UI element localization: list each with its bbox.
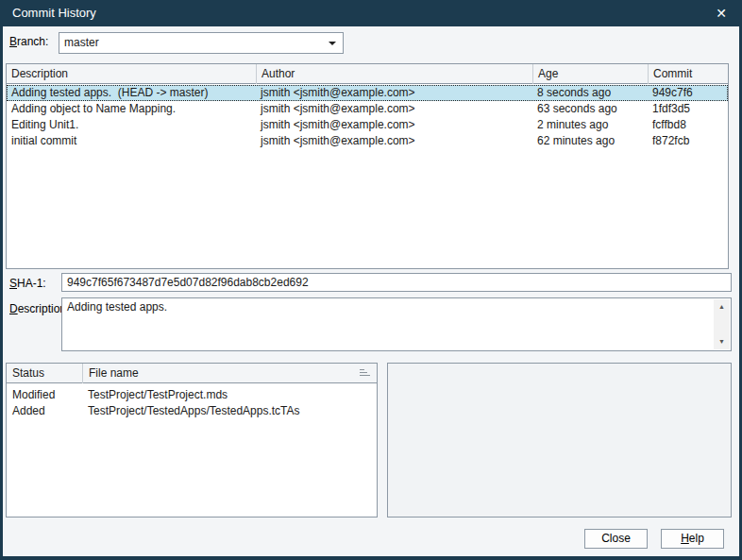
commit-hash: fcffbd8 (648, 117, 728, 133)
commit-description: Adding object to Name Mapping. (7, 101, 256, 117)
branch-value: master (64, 33, 99, 53)
commit-author: jsmith <jsmith@example.com> (256, 133, 532, 149)
commit-history-dialog: Commit History ✕ Branch: master Descript… (0, 0, 742, 560)
commit-table-header: Description Author Age Commit (7, 64, 728, 84)
commit-age: 2 minutes ago (532, 117, 648, 133)
file-preview-panel (387, 363, 732, 518)
branch-dropdown[interactable]: master (59, 32, 344, 54)
commit-description: Editing Unit1. (7, 117, 256, 133)
commit-author: jsmith <jsmith@example.com> (256, 85, 532, 101)
description-label: Description: (9, 298, 69, 319)
description-scrollbar[interactable]: ▲ ▼ (714, 299, 730, 349)
file-name: TestProject/TestProject.mds (82, 387, 356, 403)
commit-row[interactable]: Adding tested apps. (HEAD -> master) jsm… (7, 85, 728, 101)
commit-hash: 1fdf3d5 (648, 101, 728, 117)
commit-hash: f872fcb (648, 133, 728, 149)
commit-row[interactable]: Adding object to Name Mapping. jsmith <j… (7, 101, 728, 117)
help-button[interactable]: Help (661, 529, 724, 549)
window-title: Commit History (12, 0, 96, 26)
commit-age: 63 seconds ago (532, 101, 648, 117)
title-bar: Commit History ✕ (0, 0, 742, 26)
commit-age: 62 minutes ago (532, 133, 648, 149)
file-row[interactable]: Added TestProject/TestedApps/TestedApps.… (7, 403, 377, 419)
close-icon[interactable]: ✕ (711, 0, 732, 26)
column-header-filename[interactable]: File name (82, 364, 356, 383)
commit-hash: 949c7f6 (648, 85, 728, 101)
column-header-commit[interactable]: Commit (648, 64, 728, 84)
column-header-author[interactable]: Author (256, 64, 532, 84)
column-header-age[interactable]: Age (532, 64, 648, 84)
description-field[interactable]: Adding tested apps. ▲ ▼ (61, 297, 732, 351)
commit-row[interactable]: initial commit jsmith <jsmith@example.co… (7, 133, 728, 149)
sha1-label: SHA-1: (9, 273, 46, 294)
commit-author: jsmith <jsmith@example.com> (256, 117, 532, 133)
commit-author: jsmith <jsmith@example.com> (256, 101, 532, 117)
scroll-down-icon[interactable]: ▼ (714, 334, 730, 349)
changed-files-table: Status File name Modified TestProject/Te… (6, 363, 378, 518)
file-status: Added (7, 403, 82, 419)
sha1-field[interactable]: 949c7f65f673487d7e5d07d82f96dab8cb2ed692 (61, 273, 732, 292)
file-status: Modified (7, 387, 82, 403)
branch-label: Branch: (9, 31, 48, 52)
commit-description: initial commit (7, 133, 256, 149)
column-header-status[interactable]: Status (7, 364, 82, 383)
chevron-down-icon[interactable] (329, 42, 336, 45)
commit-table: Description Author Age Commit Adding tes… (6, 63, 729, 269)
close-button[interactable]: Close (584, 529, 648, 549)
file-name: TestProject/TestedApps/TestedApps.tcTAs (82, 403, 356, 419)
commit-row[interactable]: Editing Unit1. jsmith <jsmith@example.co… (7, 117, 728, 133)
sort-icon[interactable] (360, 368, 372, 379)
column-header-description[interactable]: Description (7, 64, 256, 84)
description-text: Adding tested apps. (67, 300, 712, 314)
files-table-header: Status File name (7, 364, 377, 383)
file-row[interactable]: Modified TestProject/TestProject.mds (7, 387, 377, 403)
scroll-up-icon[interactable]: ▲ (714, 299, 730, 314)
commit-age: 8 seconds ago (532, 85, 648, 101)
commit-description: Adding tested apps. (HEAD -> master) (7, 85, 256, 101)
